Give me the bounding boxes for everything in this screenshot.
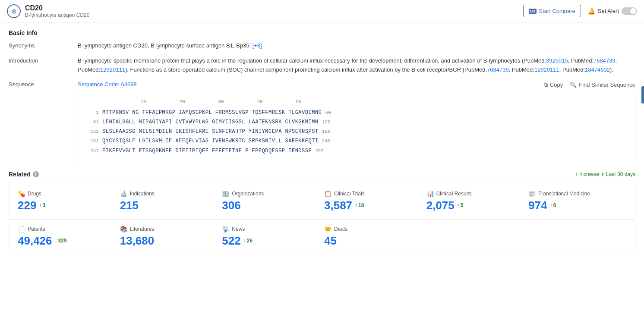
- pubmed-link-1[interactable]: 3925015: [546, 57, 568, 64]
- literatures-icon: 📚: [120, 226, 127, 232]
- synonyms-more[interactable]: [+8]: [253, 42, 262, 49]
- clinical-results-header: 📊 Clinical Results: [426, 190, 524, 197]
- scrollbar[interactable]: [641, 86, 644, 104]
- sequence-label: Sequence: [9, 80, 78, 88]
- drugs-increase: ↑ 3: [39, 202, 45, 208]
- patents-increase: ↑ 329: [55, 238, 67, 244]
- organizations-icon: 🏢: [222, 190, 229, 197]
- basic-info-title: Basic Info: [9, 29, 635, 36]
- seq-linenum-3: 121: [85, 128, 102, 136]
- related-item-deals[interactable]: 🤝 Deals 45: [324, 226, 422, 248]
- pubmed-link-4[interactable]: 7684739: [487, 66, 509, 73]
- header-title-group: CD20 B-lymphocyte antigen CD20: [25, 4, 89, 18]
- increase-label-text: Increase in Last 30 days: [579, 171, 635, 177]
- find-similar-button[interactable]: 🔍 Find Similar Sequence: [570, 82, 635, 88]
- drugs-count-value: 229: [18, 199, 36, 212]
- synonyms-text: B-lymphocyte antigen CD20, B-lymphocyte …: [78, 42, 251, 49]
- related-item-clinical-results[interactable]: 📊 Clinical Results 2,075 ↑ 5: [426, 190, 524, 212]
- app-logo: ◎: [7, 4, 21, 18]
- start-compare-button[interactable]: US Start Compare: [523, 5, 581, 17]
- intro-text-4: ). Functions as a store-operated calcium…: [125, 66, 487, 73]
- translational-count: 974 ↑ 6: [528, 199, 626, 212]
- ruler-30: 30: [202, 98, 240, 106]
- sequence-ruler: 10 20 30 40 50: [85, 98, 628, 106]
- find-similar-label: Find Similar Sequence: [579, 82, 635, 88]
- seq-end-1: 60: [325, 109, 331, 117]
- related-grid-row2: 📄 Patents 49,426 ↑ 329 📚 Literatures 13,…: [9, 220, 635, 254]
- page-subtitle: B-lymphocyte antigen CD20: [25, 12, 89, 18]
- seq-linenum-5: 241: [85, 148, 102, 155]
- pubmed-link-3[interactable]: 12920111: [100, 66, 125, 73]
- copy-label: Copy: [550, 82, 563, 88]
- related-item-organizations[interactable]: 🏢 Organizations 306: [222, 190, 320, 212]
- ruler-40: 40: [240, 98, 279, 106]
- related-item-patents[interactable]: 📄 Patents 49,426 ↑ 329: [18, 226, 116, 248]
- organizations-header: 🏢 Organizations: [222, 190, 320, 197]
- copy-button[interactable]: ⧉ Copy: [544, 82, 563, 88]
- intro-text-2: , PubMed:: [568, 57, 593, 64]
- related-item-translational[interactable]: 📰 Translational Medicine 974 ↑ 6: [528, 190, 626, 212]
- patents-header: 📄 Patents: [18, 226, 116, 232]
- sequence-line-2: 61 LFHIALGGLL MIPAGIYAPI CVTVWYPLWG GIMY…: [85, 118, 628, 126]
- related-grid-row1: 💊 Drugs 229 ↑ 3 🔬 Indications 215 🏢 Orga…: [9, 183, 635, 220]
- deals-label: Deals: [334, 226, 347, 232]
- sequence-code-link[interactable]: Sequence Code: 64698: [78, 80, 137, 89]
- related-info-icon[interactable]: i: [33, 171, 39, 177]
- deals-count-value: 45: [324, 234, 337, 248]
- indications-icon: 🔬: [120, 190, 127, 197]
- related-item-news[interactable]: 📡 News 522 ↑ 26: [222, 226, 320, 248]
- translational-count-value: 974: [528, 199, 547, 212]
- page-title: CD20: [25, 4, 89, 12]
- sequence-actions: ⧉ Copy 🔍 Find Similar Sequence: [544, 82, 635, 88]
- header: ◎ CD20 B-lymphocyte antigen CD20 US Star…: [0, 0, 644, 22]
- deals-count: 45: [324, 234, 422, 248]
- drugs-icon: 💊: [18, 190, 25, 197]
- intro-end: ).: [610, 66, 613, 73]
- seq-residues-1: MTTPRNSV NG TFFAEPMKGP IAMQSGPKPL FRRMSS…: [102, 109, 322, 117]
- patents-count: 49,426 ↑ 329: [18, 234, 116, 248]
- related-title: Related i: [9, 171, 39, 178]
- organizations-label: Organizations: [232, 191, 264, 197]
- related-item-drugs[interactable]: 💊 Drugs 229 ↑ 3: [18, 190, 116, 212]
- seq-residues-2: LFHIALGGLL MIPAGIYAPI CVTVWYPLWG GIMYIIS…: [102, 118, 319, 126]
- seq-linenum-4: 181: [85, 138, 102, 145]
- drugs-count: 229 ↑ 3: [18, 199, 116, 212]
- find-similar-icon: 🔍: [570, 82, 577, 88]
- indications-count: 215: [120, 199, 218, 212]
- pubmed-link-6[interactable]: 18474602: [585, 66, 610, 73]
- literatures-count-value: 13,680: [120, 234, 155, 248]
- organizations-count: 306: [222, 199, 320, 212]
- sequence-line-5: 241 EIKEEVVGLT ETSSQPKNEE DIEIIPIQEE EEE…: [85, 147, 628, 155]
- increase-arrow-icon: ↑: [575, 171, 578, 177]
- sequence-box: 10 20 30 40 50 1 MTTPRNSV NG TFFAEPMKGP …: [78, 93, 635, 162]
- related-item-clinical-trials[interactable]: 📋 Clinical Trials 3,587 ↑ 18: [324, 190, 422, 212]
- translational-header: 📰 Translational Medicine: [528, 190, 626, 197]
- indications-count-value: 215: [120, 199, 139, 212]
- sequence-line-4: 181 QYCYSIQSLF LGILSVMLIF AFFQELVIAG IVE…: [85, 137, 628, 145]
- clinical-results-icon: 📊: [426, 190, 434, 197]
- clinical-trials-count-value: 3,587: [324, 199, 352, 212]
- clinical-trials-icon: 📋: [324, 190, 331, 197]
- translational-icon: 📰: [528, 190, 536, 197]
- indications-header: 🔬 Indications: [120, 190, 218, 197]
- related-item-literatures[interactable]: 📚 Literatures 13,680: [120, 226, 218, 248]
- sequence-line-1: 1 MTTPRNSV NG TFFAEPMKGP IAMQSGPKPL FRRM…: [85, 109, 628, 117]
- news-increase: ↑ 26: [243, 238, 253, 244]
- pubmed-link-2[interactable]: 7684739: [593, 57, 616, 64]
- drugs-header: 💊 Drugs: [18, 190, 116, 197]
- seq-linenum-2: 61: [85, 119, 102, 126]
- introduction-label: Introduction: [9, 57, 78, 64]
- related-header: Related i ↑ Increase in Last 30 days: [9, 171, 635, 178]
- pubmed-link-5[interactable]: 12920111: [534, 66, 559, 73]
- synonyms-row: Synonyms B-lymphocyte antigen CD20, B-ly…: [9, 41, 635, 50]
- increase-label: ↑ Increase in Last 30 days: [575, 171, 635, 177]
- clinical-results-count-value: 2,075: [426, 199, 455, 212]
- news-count-value: 522: [222, 234, 240, 248]
- literatures-header: 📚 Literatures: [120, 226, 218, 232]
- alert-toggle[interactable]: [622, 7, 637, 15]
- related-item-indications[interactable]: 🔬 Indications 215: [120, 190, 218, 212]
- ruler-50: 50: [279, 98, 318, 106]
- patents-label: Patents: [28, 226, 45, 232]
- organizations-count-value: 306: [222, 199, 240, 212]
- clinical-trials-increase: ↑ 18: [355, 202, 364, 208]
